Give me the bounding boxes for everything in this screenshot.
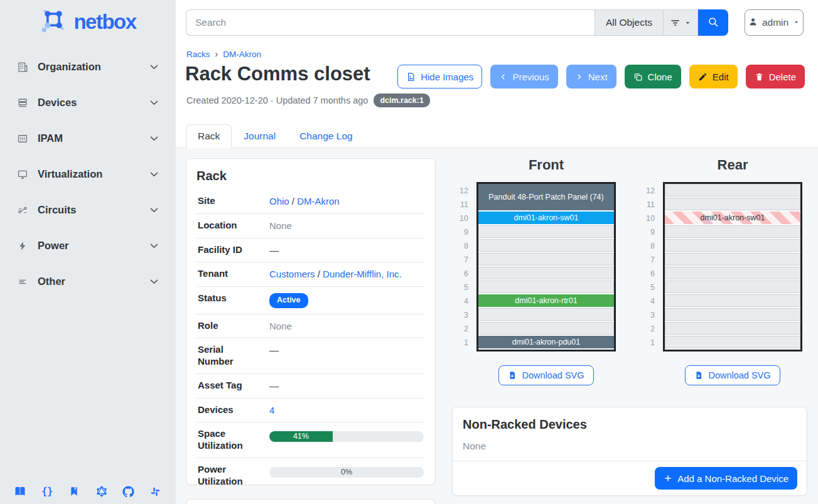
plus-icon [664,474,672,483]
next-button[interactable]: Next [566,65,616,88]
object-id-badge: dcim.rack:1 [374,94,429,107]
chevron-down-icon [149,276,159,287]
sidebar-item-organization[interactable]: Organization [0,49,176,85]
bolt-icon [16,240,28,252]
detail-link[interactable]: Dunder-Mifflin, Inc. [323,269,402,279]
search-icon [708,16,719,29]
rack-device[interactable]: dmi01-akron-sw01 [665,212,800,224]
rack-detail-rows: SiteOhio / DM-AkronLocationNoneFacility … [196,190,425,485]
sidebar-item-circuits[interactable]: Circuits [0,192,176,228]
status-badge: Active [269,293,308,308]
lines-icon [16,276,28,287]
previous-button[interactable]: Previous [490,65,557,88]
breadcrumb-link-site[interactable]: DM-Akron [223,50,261,59]
bookmark-icon[interactable] [68,485,80,498]
detail-value: Customers / Dunder-Mifflin, Inc. [269,268,424,281]
chevron-down-icon [149,97,159,108]
detail-link[interactable]: 4 [269,405,274,416]
graphql-icon[interactable] [95,485,108,498]
building-icon [16,61,28,73]
detail-row: SiteOhio / DM-Akron [196,190,425,214]
netbox-logo-icon [40,7,67,37]
image-file-icon [406,72,416,82]
detail-row: Power Utilization0% [196,458,425,485]
detail-row: RoleNone [196,314,425,339]
sidebar-item-ipam[interactable]: IPAM [0,121,176,156]
rack-device[interactable]: Panduit 48-Port Patch Panel (74) [478,184,614,210]
detail-label: Devices [198,404,254,416]
detail-link[interactable]: DM-Akron [297,196,340,206]
detail-label: Site [198,195,254,207]
detail-value: Active [269,292,424,308]
non-racked-title: Non-Racked Devices [463,417,797,432]
rear-elevation: Rear 121110987654321 dmi01-akron-sw01 Do… [639,157,802,385]
add-non-racked-device-button[interactable]: Add a Non-Racked Device [655,467,797,490]
file-download-icon [508,371,517,380]
unit-label: 3 [639,308,658,322]
detail-value: None [269,220,424,232]
slack-icon[interactable] [149,485,162,498]
server-icon [16,97,28,109]
content-area: Rack SiteOhio / DM-AkronLocationNoneFaci… [176,148,818,504]
unit-label: 8 [453,239,471,253]
search-filter-button[interactable] [663,9,698,36]
download-svg-button[interactable]: Download SVG [685,365,780,385]
detail-value: None [269,320,424,333]
search-scope-button[interactable]: All Objects [595,9,663,36]
sidebar-item-other[interactable]: Other [0,264,176,299]
detail-label: Facility ID [198,244,254,256]
breadcrumb-link-racks[interactable]: Racks [186,50,210,59]
detail-row: Serial Number— [196,338,425,374]
tab-change-log[interactable]: Change Log [288,124,364,148]
unit-label: 12 [453,184,471,198]
hide-images-button[interactable]: Hide Images [397,65,482,88]
sidebar-item-label: Virtualization [38,168,102,180]
detail-value: — [269,380,424,392]
chevron-down-icon [149,205,159,215]
breadcrumb: Racks › DM-Akron [186,49,261,59]
unit-label: 12 [639,184,658,198]
sidebar-item-label: Power [38,240,69,252]
page-actions: Hide Images Previous Next Clone Edit [397,65,805,88]
detail-link[interactable]: Customers [269,269,315,279]
detail-row: Asset Tag— [196,374,425,399]
non-racked-devices-card: Non-Racked Devices None Add a Non-Racked… [452,407,807,496]
rack-device[interactable]: dmi01-akron-pdu01 [478,336,614,348]
sidebar-item-power[interactable]: Power [0,228,176,264]
sidebar-item-label: Circuits [38,204,76,216]
code-braces-icon[interactable]: {} [41,485,53,498]
delete-button[interactable]: Delete [746,65,805,88]
detail-value: 0% [269,464,424,478]
front-rack: Panduit 48-Port Patch Panel (74)dmi01-ak… [476,182,616,351]
docs-icon[interactable] [14,485,26,498]
copy-icon [633,72,643,82]
search-input[interactable] [186,9,595,36]
edit-button[interactable]: Edit [689,65,738,88]
front-elevation: Front 121110987654321 Panduit 48-Port Pa… [453,157,616,385]
unit-label: 9 [639,225,658,239]
non-racked-empty-text: None [463,441,797,452]
detail-row: StatusActive [196,287,425,314]
tab-journal[interactable]: Journal [232,124,288,148]
chevron-down-icon [149,169,159,180]
search-submit-button[interactable] [698,9,728,36]
netbox-logo[interactable]: netbox [0,0,176,40]
detail-link[interactable]: Ohio [269,196,289,206]
github-icon[interactable] [122,485,135,498]
download-svg-button[interactable]: Download SVG [498,365,593,385]
detail-value: Ohio / DM-Akron [269,195,424,208]
clone-button[interactable]: Clone [625,65,681,88]
detail-row: LocationNone [196,214,425,239]
tab-rack[interactable]: Rack [186,124,232,148]
user-menu-button[interactable]: admin [745,9,804,36]
detail-value: — [269,344,424,357]
chevron-right-icon [575,73,583,81]
rack-device[interactable]: dmi01-akron-sw01 [478,212,614,224]
sidebar-item-virtualization[interactable]: Virtualization [0,156,176,192]
sidebar-item-devices[interactable]: Devices [0,85,176,121]
detail-row: Devices4 [196,399,425,423]
page-header: All Objects admin [176,0,818,148]
unit-label: 10 [453,212,471,225]
next-card-partial [186,499,436,504]
rack-device[interactable]: dmi01-akron-rtr01 [478,294,614,307]
